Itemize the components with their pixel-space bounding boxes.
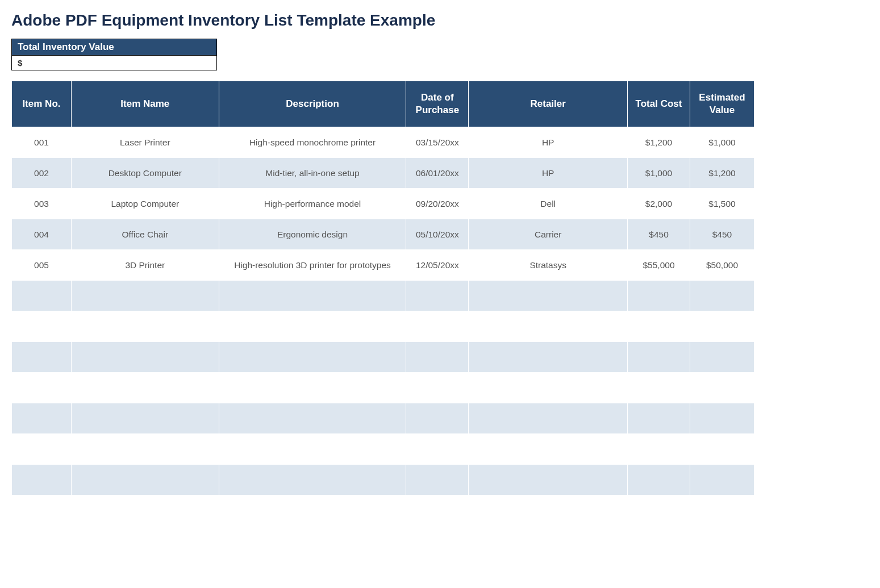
cell-estimated[interactable]	[690, 373, 754, 403]
table-row: 001Laser PrinterHigh-speed monochrome pr…	[12, 127, 754, 158]
cell-description[interactable]	[219, 281, 406, 311]
table-row: 003Laptop ComputerHigh-performance model…	[12, 189, 754, 219]
cell-itemname[interactable]	[71, 465, 219, 495]
cell-itemname[interactable]: Office Chair	[71, 219, 219, 250]
cell-itemno[interactable]	[12, 281, 72, 311]
cell-itemno[interactable]	[12, 434, 72, 465]
cell-retailer[interactable]	[469, 434, 628, 465]
cell-estimated[interactable]: $450	[690, 219, 754, 250]
cell-cost[interactable]: $1,000	[628, 158, 690, 189]
cell-itemname[interactable]: Desktop Computer	[71, 158, 219, 189]
cell-retailer[interactable]: Carrier	[469, 219, 628, 250]
cell-retailer[interactable]	[469, 403, 628, 434]
cell-retailer[interactable]: Dell	[469, 189, 628, 219]
cell-date[interactable]	[406, 434, 469, 465]
cell-itemname[interactable]	[71, 281, 219, 311]
cell-itemno[interactable]: 001	[12, 127, 72, 158]
col-header-estimated: Estimated Value	[690, 81, 754, 127]
cell-estimated[interactable]: $1,000	[690, 127, 754, 158]
cell-description[interactable]: High-speed monochrome printer	[219, 127, 406, 158]
cell-itemno[interactable]	[12, 373, 72, 403]
cell-cost[interactable]	[628, 434, 690, 465]
col-header-description: Description	[219, 81, 406, 127]
cell-itemno[interactable]: 003	[12, 189, 72, 219]
cell-description[interactable]	[219, 465, 406, 495]
cell-itemname[interactable]	[71, 434, 219, 465]
col-header-itemname: Item Name	[71, 81, 219, 127]
cell-description[interactable]	[219, 373, 406, 403]
cell-retailer[interactable]	[469, 342, 628, 373]
cell-date[interactable]	[406, 311, 469, 342]
cell-date[interactable]: 12/05/20xx	[406, 250, 469, 281]
cell-description[interactable]: High-resolution 3D printer for prototype…	[219, 250, 406, 281]
cell-itemno[interactable]	[12, 311, 72, 342]
col-header-cost: Total Cost	[628, 81, 690, 127]
table-row	[12, 281, 754, 311]
cell-cost[interactable]	[628, 342, 690, 373]
cell-itemname[interactable]	[71, 311, 219, 342]
cell-retailer[interactable]	[469, 465, 628, 495]
cell-itemname[interactable]	[71, 342, 219, 373]
cell-date[interactable]: 03/15/20xx	[406, 127, 469, 158]
table-row	[12, 434, 754, 465]
cell-description[interactable]	[219, 311, 406, 342]
cell-cost[interactable]	[628, 403, 690, 434]
cell-itemname[interactable]	[71, 403, 219, 434]
cell-cost[interactable]	[628, 465, 690, 495]
cell-estimated[interactable]	[690, 403, 754, 434]
cell-itemname[interactable]	[71, 373, 219, 403]
cell-retailer[interactable]	[469, 373, 628, 403]
cell-description[interactable]	[219, 403, 406, 434]
cell-date[interactable]: 09/20/20xx	[406, 189, 469, 219]
cell-date[interactable]	[406, 465, 469, 495]
cell-estimated[interactable]	[690, 434, 754, 465]
cell-retailer[interactable]	[469, 311, 628, 342]
cell-itemno[interactable]: 002	[12, 158, 72, 189]
cell-description[interactable]	[219, 342, 406, 373]
cell-cost[interactable]	[628, 373, 690, 403]
cell-date[interactable]: 06/01/20xx	[406, 158, 469, 189]
table-row	[12, 342, 754, 373]
total-inventory-value[interactable]: $	[12, 55, 216, 70]
cell-itemno[interactable]: 005	[12, 250, 72, 281]
table-row: 002Desktop ComputerMid-tier, all-in-one …	[12, 158, 754, 189]
cell-estimated[interactable]	[690, 281, 754, 311]
cell-estimated[interactable]: $1,500	[690, 189, 754, 219]
cell-itemname[interactable]: Laser Printer	[71, 127, 219, 158]
cell-description[interactable]: High-performance model	[219, 189, 406, 219]
cell-description[interactable]: Mid-tier, all-in-one setup	[219, 158, 406, 189]
cell-date[interactable]: 05/10/20xx	[406, 219, 469, 250]
cell-date[interactable]	[406, 373, 469, 403]
cell-cost[interactable]: $2,000	[628, 189, 690, 219]
total-inventory-label: Total Inventory Value	[12, 39, 216, 55]
cell-itemno[interactable]	[12, 465, 72, 495]
col-header-itemno: Item No.	[12, 81, 72, 127]
col-header-date: Date of Purchase	[406, 81, 469, 127]
cell-retailer[interactable]: Stratasys	[469, 250, 628, 281]
cell-itemno[interactable]	[12, 342, 72, 373]
cell-retailer[interactable]	[469, 281, 628, 311]
cell-date[interactable]	[406, 342, 469, 373]
cell-description[interactable]	[219, 434, 406, 465]
cell-itemno[interactable]	[12, 403, 72, 434]
cell-itemname[interactable]: Laptop Computer	[71, 189, 219, 219]
cell-retailer[interactable]: HP	[469, 127, 628, 158]
cell-cost[interactable]: $1,200	[628, 127, 690, 158]
cell-estimated[interactable]	[690, 311, 754, 342]
cell-retailer[interactable]: HP	[469, 158, 628, 189]
cell-cost[interactable]: $55,000	[628, 250, 690, 281]
cell-itemno[interactable]: 004	[12, 219, 72, 250]
cell-estimated[interactable]: $1,200	[690, 158, 754, 189]
cell-date[interactable]	[406, 281, 469, 311]
cell-date[interactable]	[406, 403, 469, 434]
page-title: Adobe PDF Equipment Inventory List Templ…	[11, 11, 869, 30]
cell-description[interactable]: Ergonomic design	[219, 219, 406, 250]
cell-estimated[interactable]	[690, 465, 754, 495]
table-row	[12, 403, 754, 434]
cell-cost[interactable]	[628, 311, 690, 342]
cell-cost[interactable]	[628, 281, 690, 311]
cell-itemname[interactable]: 3D Printer	[71, 250, 219, 281]
cell-cost[interactable]: $450	[628, 219, 690, 250]
cell-estimated[interactable]: $50,000	[690, 250, 754, 281]
cell-estimated[interactable]	[690, 342, 754, 373]
